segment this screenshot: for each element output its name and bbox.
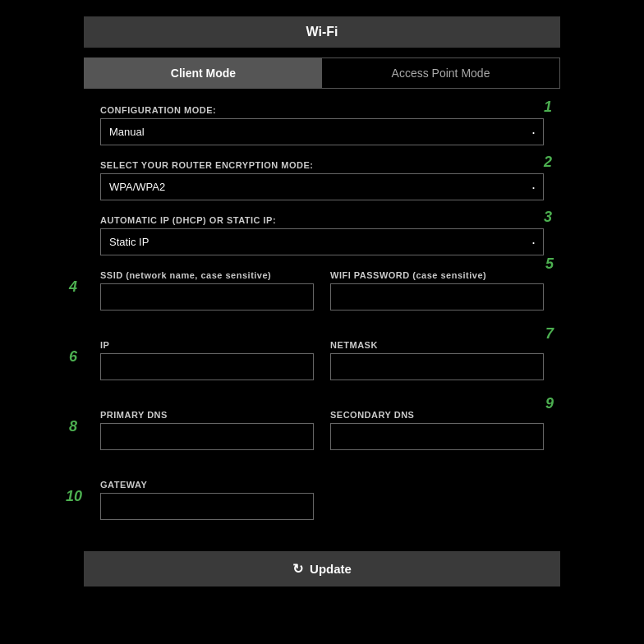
wifi-password-input[interactable]	[330, 283, 544, 310]
update-icon: ↻	[292, 561, 303, 577]
wifi-settings-panel: Wi-Fi Client Mode Access Point Mode 1 CO…	[84, 16, 560, 586]
ip-mode-select-wrapper: Static IP DHCP	[100, 228, 544, 255]
num-1: 1	[544, 99, 552, 116]
tab-bar: Client Mode Access Point Mode	[84, 58, 560, 89]
secondary-dns-input[interactable]	[330, 423, 544, 450]
netmask-section: 7 NETMASK	[330, 340, 544, 380]
wifi-password-label: WIFI PASSWORD (case sensitive)	[330, 270, 544, 280]
ssid-input[interactable]	[100, 283, 314, 310]
primary-dns-label: PRIMARY DNS	[100, 410, 314, 420]
update-label: Update	[310, 562, 352, 576]
netmask-label: NETMASK	[330, 340, 544, 350]
config-mode-label: CONFIGURATION MODE:	[100, 105, 544, 115]
num-6: 6	[69, 348, 77, 366]
encryption-mode-select[interactable]: WPA/WPA2 WEP None	[100, 173, 544, 200]
config-mode-select[interactable]: Manual Auto	[100, 118, 544, 145]
primary-dns-section: 8 PRIMARY DNS	[100, 410, 314, 450]
tab-client-mode[interactable]: Client Mode	[85, 58, 322, 88]
page-title: Wi-Fi	[306, 25, 338, 39]
ip-mode-section: 3 AUTOMATIC IP (DHCP) OR STATIC IP: Stat…	[100, 215, 544, 255]
num-2: 2	[544, 154, 552, 171]
ip-netmask-row: 6 IP 7 NETMASK	[100, 340, 544, 395]
ip-mode-label: AUTOMATIC IP (DHCP) OR STATIC IP:	[100, 215, 544, 225]
form-area: 1 CONFIGURATION MODE: Manual Auto 2 SELE…	[84, 105, 560, 535]
num-8: 8	[69, 418, 77, 435]
num-4: 4	[69, 278, 77, 296]
encryption-mode-section: 2 SELECT YOUR ROUTER ENCRYPTION MODE: WP…	[100, 160, 544, 200]
num-9: 9	[545, 395, 554, 412]
num-5: 5	[545, 255, 554, 273]
title-bar: Wi-Fi	[84, 16, 560, 48]
wifi-password-section: 5 WIFI PASSWORD (case sensitive)	[330, 270, 544, 310]
secondary-dns-section: 9 SECONDARY DNS	[330, 410, 544, 450]
ip-label: IP	[100, 340, 314, 350]
ssid-password-row: 4 SSID (network name, case sensitive) 5 …	[100, 270, 544, 325]
encryption-mode-label: SELECT YOUR ROUTER ENCRYPTION MODE:	[100, 160, 544, 170]
ip-section: 6 IP	[100, 340, 314, 380]
netmask-input[interactable]	[330, 353, 544, 380]
gateway-row: 10 GATEWAY	[100, 480, 544, 520]
gateway-input[interactable]	[100, 493, 314, 520]
ip-mode-select[interactable]: Static IP DHCP	[100, 228, 544, 255]
secondary-dns-label: SECONDARY DNS	[330, 410, 544, 420]
num-7: 7	[545, 325, 554, 343]
num-3: 3	[544, 209, 552, 226]
num-10: 10	[66, 488, 82, 505]
ssid-section: 4 SSID (network name, case sensitive)	[100, 270, 314, 310]
update-button[interactable]: ↻ Update	[84, 551, 560, 586]
config-mode-section: 1 CONFIGURATION MODE: Manual Auto	[100, 105, 544, 145]
tab-access-point-mode[interactable]: Access Point Mode	[322, 58, 559, 88]
config-mode-select-wrapper: Manual Auto	[100, 118, 544, 145]
ip-input[interactable]	[100, 353, 314, 380]
ssid-label: SSID (network name, case sensitive)	[100, 270, 314, 280]
encryption-mode-select-wrapper: WPA/WPA2 WEP None	[100, 173, 544, 200]
primary-dns-input[interactable]	[100, 423, 314, 450]
dns-row: 8 PRIMARY DNS 9 SECONDARY DNS	[100, 410, 544, 465]
gateway-label: GATEWAY	[100, 480, 314, 490]
